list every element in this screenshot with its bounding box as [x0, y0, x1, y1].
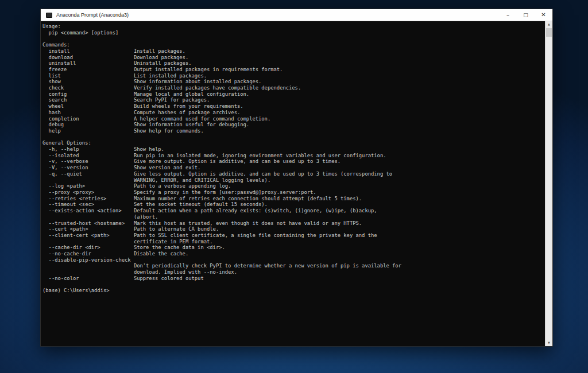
- chevron-down-icon: ▼: [548, 341, 550, 344]
- chevron-up-icon: ▲: [548, 23, 550, 26]
- minimize-icon: –: [506, 12, 509, 18]
- maximize-icon: □: [523, 13, 528, 18]
- desktop-background: Anaconda Prompt (Anaconda3) – □ ✕ Usage:…: [0, 0, 588, 373]
- scroll-down-button[interactable]: ▼: [546, 340, 552, 346]
- window-titlebar[interactable]: Anaconda Prompt (Anaconda3) – □ ✕: [41, 9, 552, 21]
- window-controls: – □ ✕: [499, 9, 552, 21]
- maximize-button[interactable]: □: [517, 9, 535, 21]
- scroll-up-button[interactable]: ▲: [546, 21, 552, 28]
- close-button[interactable]: ✕: [535, 9, 552, 21]
- minimize-button[interactable]: –: [499, 9, 517, 21]
- console-window-icon[interactable]: [46, 13, 52, 18]
- window-body: Usage: pip <command> [options] Commands:…: [41, 21, 552, 346]
- terminal-window: Anaconda Prompt (Anaconda3) – □ ✕ Usage:…: [40, 9, 553, 347]
- scrollbar[interactable]: ▲ ▼: [545, 21, 552, 346]
- close-icon: ✕: [541, 12, 546, 18]
- scrollbar-thumb[interactable]: [546, 28, 552, 37]
- terminal-output[interactable]: Usage: pip <command> [options] Commands:…: [41, 21, 545, 346]
- window-title: Anaconda Prompt (Anaconda3): [56, 9, 499, 21]
